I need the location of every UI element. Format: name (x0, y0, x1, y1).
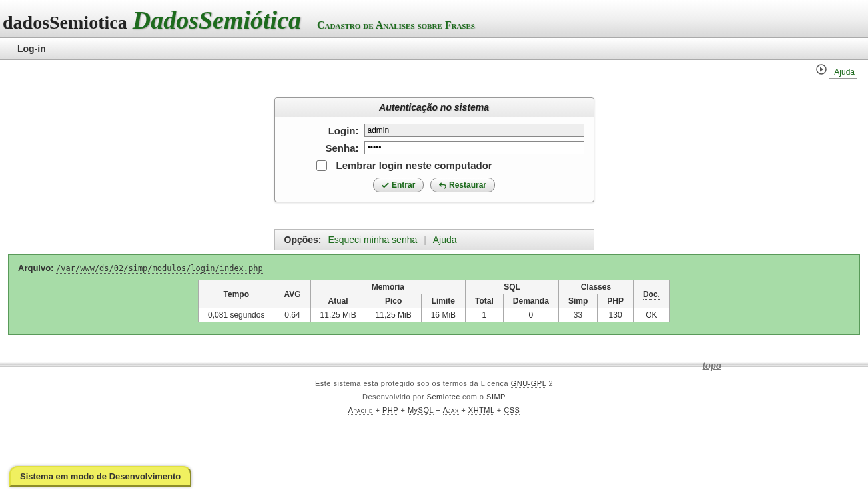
th-avg: AVG (274, 280, 310, 308)
mysql-link[interactable]: MySQL (408, 406, 434, 415)
th-php: PHP (598, 294, 634, 308)
forgot-password-link[interactable]: Esqueci minha senha (324, 234, 421, 245)
auth-box: Autenticação no sistema Login: Senha: Le… (274, 97, 594, 202)
th-sql: SQL (466, 280, 559, 294)
simp-link[interactable]: SIMP (486, 393, 506, 401)
header: dadosSemiotica DadosSemiótica Cadastro d… (0, 0, 868, 38)
th-demanda: Demanda (503, 294, 558, 308)
xhtml-link[interactable]: XHTML (468, 406, 494, 415)
toolbar-right: Ajuda (0, 60, 868, 79)
css-link[interactable]: CSS (504, 406, 520, 415)
logo-small: dadosSemiotica (3, 12, 127, 33)
options-help-link[interactable]: Ajuda (429, 234, 461, 245)
php-link[interactable]: PHP (382, 406, 398, 415)
th-total: Total (466, 294, 504, 308)
help-label: Ajuda (834, 67, 855, 77)
arquivo-path: /var/www/ds/02/simp/modulos/login/index.… (56, 264, 263, 274)
th-simp: Simp (558, 294, 597, 308)
apache-link[interactable]: Apache (348, 406, 373, 415)
logo-big: DadosSemiótica (133, 5, 301, 35)
footer-separator: topo (0, 362, 868, 367)
options-bar: Opções: Esqueci minha senha | Ajuda (274, 229, 594, 250)
arquivo-label: Arquivo: (18, 263, 53, 273)
entrar-label: Entrar (392, 180, 415, 190)
perf-table: Tempo AVG Memória SQL Classes Doc. Atual… (198, 280, 670, 322)
ajax-link[interactable]: Ajax (443, 406, 459, 415)
play-icon[interactable] (816, 64, 827, 75)
options-label: Opções: (284, 234, 322, 245)
login-label: Login: (284, 125, 359, 136)
footer: Este sistema está protegido sob os termo… (0, 367, 868, 427)
login-input[interactable] (364, 124, 584, 137)
restaurar-button[interactable]: Restaurar (430, 178, 495, 192)
semiotec-link[interactable]: Semiotec (427, 393, 460, 401)
check-icon (382, 182, 389, 189)
debug-panel: Arquivo: /var/www/ds/02/simp/modulos/log… (8, 254, 860, 335)
th-doc: Doc. (643, 290, 660, 300)
restaurar-label: Restaurar (449, 180, 486, 190)
th-limite: Limite (421, 294, 465, 308)
help-link[interactable]: Ajuda (829, 66, 857, 79)
senha-input[interactable] (364, 141, 584, 154)
gnu-gpl-link[interactable]: GNU-GPL (511, 379, 546, 388)
th-atual: Atual (310, 294, 366, 308)
entrar-button[interactable]: Entrar (373, 178, 424, 192)
menu-login[interactable]: Log-in (17, 43, 46, 54)
senha-label: Senha: (284, 142, 359, 154)
table-row: 0,081 segundos 0,64 11,25 MiB 11,25 MiB … (199, 308, 670, 322)
th-memoria: Memória (310, 280, 465, 294)
th-pico: Pico (366, 294, 421, 308)
th-tempo: Tempo (199, 280, 274, 308)
undo-icon (439, 182, 446, 189)
remember-label: Lembrar login neste computador (336, 160, 492, 171)
topo-link[interactable]: topo (703, 360, 721, 371)
th-classes: Classes (558, 280, 633, 294)
remember-checkbox[interactable] (316, 160, 327, 171)
menubar: Log-in (0, 38, 868, 60)
tagline: Cadastro de Análises sobre Frases (317, 19, 475, 31)
auth-title: Autenticação no sistema (275, 98, 594, 117)
